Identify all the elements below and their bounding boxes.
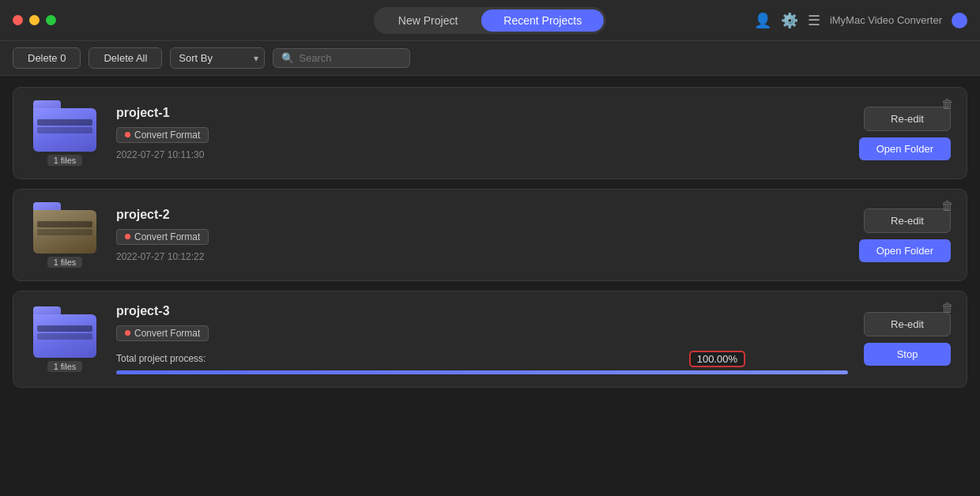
folder-icon-3: 1 files <box>29 306 100 372</box>
files-label-2: 1 files <box>47 257 83 268</box>
project-card-1: 🗑 1 files project-1 Convert Format 2022-… <box>13 87 967 179</box>
minimize-button[interactable] <box>29 15 40 25</box>
delete-icon-1[interactable]: 🗑 <box>941 97 954 111</box>
app-info: 👤 ⚙️ ☰ iMyMac Video Converter <box>754 12 967 29</box>
project-name-1: project-1 <box>116 106 843 120</box>
convert-dot-1 <box>125 132 130 137</box>
project-name-3: project-3 <box>116 304 848 318</box>
convert-label-2: Convert Format <box>134 231 200 242</box>
folder-image-3 <box>33 306 96 358</box>
open-folder-button-1[interactable]: Open Folder <box>859 137 951 160</box>
traffic-lights <box>13 15 56 25</box>
project-actions-2: Re-edit Open Folder <box>859 209 951 262</box>
convert-dot-3 <box>125 330 130 336</box>
project-info-3: project-3 Convert Format Total project p… <box>116 304 848 374</box>
app-logo <box>952 13 967 28</box>
recent-projects-tab[interactable]: Recent Projects <box>481 9 604 32</box>
sort-select[interactable]: Sort By Date Created Name <box>170 47 265 69</box>
files-label-3: 1 files <box>47 361 83 372</box>
re-edit-button-3[interactable]: Re-edit <box>864 312 951 336</box>
progress-percent: 100.00% <box>689 351 745 367</box>
stop-button[interactable]: Stop <box>864 343 951 366</box>
project-actions-3: Re-edit Stop <box>864 312 951 366</box>
convert-badge-1: Convert Format <box>116 127 209 143</box>
settings-icon[interactable]: ⚙️ <box>781 12 798 29</box>
search-icon: 🔍 <box>281 52 294 64</box>
menu-icon[interactable]: ☰ <box>808 12 820 29</box>
re-edit-button-2[interactable]: Re-edit <box>864 209 951 233</box>
progress-text: Total project process: <box>116 353 205 364</box>
delete-icon-3[interactable]: 🗑 <box>941 301 954 315</box>
convert-badge-3: Convert Format <box>116 325 209 341</box>
convert-dot-2 <box>125 234 130 239</box>
toolbar: Delete 0 Delete All Sort By Date Created… <box>0 41 980 76</box>
maximize-button[interactable] <box>46 15 56 25</box>
convert-label-3: Convert Format <box>134 328 200 339</box>
project-card-2: 🗑 1 files project-2 Convert Format 2022-… <box>13 189 967 281</box>
user-icon[interactable]: 👤 <box>754 12 771 29</box>
delete-zero-button[interactable]: Delete 0 <box>13 47 81 69</box>
project-date-1: 2022-07-27 10:11:30 <box>116 149 843 160</box>
convert-label-1: Convert Format <box>134 130 200 141</box>
project-name-2: project-2 <box>116 208 843 222</box>
folder-image-2 <box>33 202 96 254</box>
convert-badge-2: Convert Format <box>116 229 209 245</box>
app-title: iMyMac Video Converter <box>830 14 942 26</box>
sort-wrapper: Sort By Date Created Name <box>170 47 265 69</box>
new-project-tab[interactable]: New Project <box>376 9 480 32</box>
files-label-1: 1 files <box>47 155 83 166</box>
close-button[interactable] <box>13 15 23 25</box>
project-actions-1: Re-edit Open Folder <box>859 107 951 160</box>
tab-group: New Project Recent Projects <box>374 7 606 34</box>
progress-area-3: Total project process: 100.00% <box>116 351 848 374</box>
folder-icon-2: 1 files <box>29 202 100 268</box>
open-folder-button-2[interactable]: Open Folder <box>859 239 951 262</box>
project-info-2: project-2 Convert Format 2022-07-27 10:1… <box>116 208 843 262</box>
project-card-3: 🗑 1 files project-3 Convert Format Total… <box>13 291 967 388</box>
project-date-2: 2022-07-27 10:12:22 <box>116 251 843 262</box>
progress-label-row: Total project process: 100.00% <box>116 351 848 367</box>
project-info-1: project-1 Convert Format 2022-07-27 10:1… <box>116 106 843 160</box>
search-input[interactable] <box>299 52 401 64</box>
progress-bar-bg <box>116 370 848 374</box>
folder-icon-1: 1 files <box>29 100 100 166</box>
folder-image-1 <box>33 100 96 152</box>
delete-icon-2[interactable]: 🗑 <box>941 199 954 213</box>
delete-all-button[interactable]: Delete All <box>89 47 162 69</box>
search-box: 🔍 <box>273 48 410 68</box>
progress-bar-fill <box>116 370 848 374</box>
title-bar: New Project Recent Projects 👤 ⚙️ ☰ iMyMa… <box>0 0 980 41</box>
re-edit-button-1[interactable]: Re-edit <box>864 107 951 131</box>
main-content: 🗑 1 files project-1 Convert Format 2022-… <box>0 76 980 496</box>
